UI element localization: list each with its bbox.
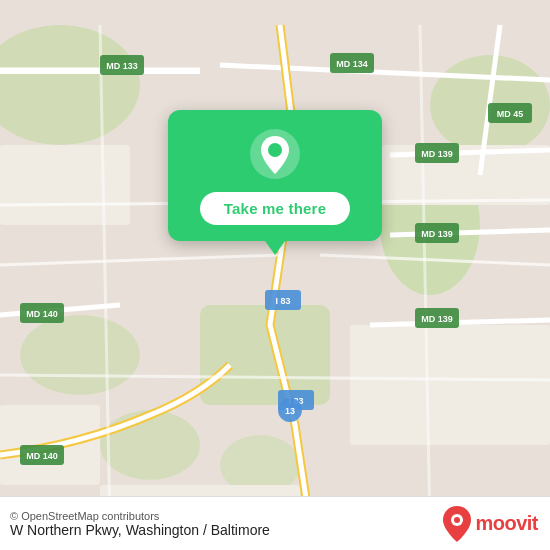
bottom-left-info: © OpenStreetMap contributors W Northern … (10, 510, 270, 538)
svg-text:MD 139: MD 139 (421, 149, 453, 159)
svg-text:MD 45: MD 45 (497, 109, 524, 119)
moovit-logo: moovit (443, 506, 538, 542)
popup-card: Take me there (168, 110, 382, 241)
moovit-brand-text: moovit (475, 512, 538, 535)
copyright-text: © OpenStreetMap contributors (10, 510, 270, 522)
svg-text:MD 140: MD 140 (26, 451, 58, 461)
bottom-bar: © OpenStreetMap contributors W Northern … (0, 496, 550, 550)
svg-text:MD 140: MD 140 (26, 309, 58, 319)
moovit-pin-icon (443, 506, 471, 542)
take-me-there-button[interactable]: Take me there (200, 192, 350, 225)
svg-rect-8 (0, 145, 130, 225)
svg-text:MD 133: MD 133 (106, 61, 138, 71)
svg-point-5 (20, 315, 140, 395)
svg-rect-10 (350, 325, 550, 445)
svg-point-55 (454, 517, 460, 523)
map-container: I 83 I 83 I 83 MD 133 MD 134 MD 139 MD 1… (0, 0, 550, 550)
map-svg: I 83 I 83 I 83 MD 133 MD 134 MD 139 MD 1… (0, 0, 550, 550)
svg-point-6 (100, 410, 200, 480)
svg-text:I 83: I 83 (275, 296, 290, 306)
svg-text:13: 13 (285, 406, 295, 416)
svg-text:MD 139: MD 139 (421, 314, 453, 324)
location-name: W Northern Pkwy, Washington / Baltimore (10, 522, 270, 538)
svg-point-52 (268, 143, 282, 157)
location-pin-icon (249, 128, 301, 180)
svg-text:MD 134: MD 134 (336, 59, 368, 69)
svg-text:MD 139: MD 139 (421, 229, 453, 239)
